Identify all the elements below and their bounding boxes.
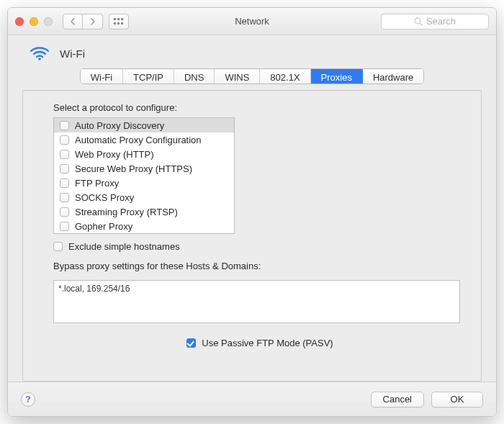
tab-8021x[interactable]: 802.1X xyxy=(260,69,310,84)
checkbox-icon xyxy=(53,242,63,251)
protocol-label: Select a protocol to configure: xyxy=(53,102,467,113)
interface-heading: Wi-Fi xyxy=(8,35,496,67)
svg-rect-0 xyxy=(114,18,116,20)
checkbox-icon xyxy=(60,193,69,202)
tab-dns[interactable]: DNS xyxy=(174,69,215,84)
forward-button[interactable] xyxy=(83,14,103,30)
wifi-icon xyxy=(30,45,50,61)
search-icon xyxy=(414,17,423,26)
protocol-row[interactable]: Secure Web Proxy (HTTPS) xyxy=(54,161,234,176)
protocol-label: FTP Proxy xyxy=(75,178,119,189)
protocol-label: Web Proxy (HTTP) xyxy=(75,149,154,160)
tab-tcpip[interactable]: TCP/IP xyxy=(123,69,174,84)
checkbox-icon xyxy=(60,164,69,173)
show-all-button[interactable] xyxy=(109,14,129,30)
protocol-row[interactable]: Auto Proxy Discovery xyxy=(54,118,234,132)
checkbox-icon xyxy=(60,207,69,217)
tab-wins[interactable]: WINS xyxy=(215,69,260,84)
chevron-right-icon xyxy=(90,18,96,25)
tab-bar: Wi-FiTCP/IPDNSWINS802.1XProxiesHardware xyxy=(8,68,496,84)
protocol-label: Secure Web Proxy (HTTPS) xyxy=(75,163,192,174)
back-button[interactable] xyxy=(63,14,83,30)
exclude-simple-hostnames[interactable]: Exclude simple hostnames xyxy=(53,241,467,252)
footer: ? Cancel OK xyxy=(8,382,496,416)
protocol-row[interactable]: Gopher Proxy xyxy=(54,219,234,233)
svg-point-8 xyxy=(38,58,41,60)
titlebar: Network Search xyxy=(8,8,496,35)
checkbox-icon xyxy=(186,338,196,348)
content: Wi-Fi Wi-FiTCP/IPDNSWINS802.1XProxiesHar… xyxy=(8,35,496,416)
checkbox-icon xyxy=(60,179,69,188)
protocol-label: Gopher Proxy xyxy=(75,221,132,232)
protocol-row[interactable]: Automatic Proxy Configuration xyxy=(54,132,234,147)
cancel-button[interactable]: Cancel xyxy=(371,392,424,407)
nav-back-forward xyxy=(63,14,103,30)
grid-icon xyxy=(114,18,124,25)
svg-rect-3 xyxy=(114,22,116,24)
pasv-label: Use Passive FTP Mode (PASV) xyxy=(202,338,333,348)
protocol-row[interactable]: SOCKS Proxy xyxy=(54,190,234,204)
passive-ftp-mode[interactable]: Use Passive FTP Mode (PASV) xyxy=(53,338,467,348)
checkbox-icon xyxy=(60,121,69,130)
checkbox-icon xyxy=(60,135,69,145)
interface-name: Wi-Fi xyxy=(60,48,85,60)
help-button[interactable]: ? xyxy=(21,392,35,407)
search-placeholder: Search xyxy=(426,16,456,27)
chevron-left-icon xyxy=(70,18,76,25)
protocol-label: Auto Proxy Discovery xyxy=(75,120,164,131)
protocol-row[interactable]: Web Proxy (HTTP) xyxy=(54,147,234,161)
preferences-window: Network Search Wi-Fi Wi-FiTCP/IPDNSWINS8… xyxy=(7,7,497,417)
protocol-label: SOCKS Proxy xyxy=(75,192,134,203)
protocol-list[interactable]: Auto Proxy DiscoveryAutomatic Proxy Conf… xyxy=(53,117,235,234)
checkbox-icon xyxy=(60,222,69,231)
bypass-hosts-input[interactable] xyxy=(53,280,460,323)
exclude-simple-label: Exclude simple hostnames xyxy=(68,241,180,252)
svg-rect-5 xyxy=(121,22,123,24)
tab-proxies[interactable]: Proxies xyxy=(311,69,363,84)
svg-rect-2 xyxy=(121,18,123,20)
window-controls xyxy=(15,17,53,26)
zoom-window-icon xyxy=(44,17,53,26)
svg-rect-1 xyxy=(117,18,120,20)
svg-line-7 xyxy=(420,23,422,25)
checkbox-icon xyxy=(60,150,69,159)
tab-hardware[interactable]: Hardware xyxy=(363,69,423,84)
close-window-icon[interactable] xyxy=(15,17,24,26)
minimize-window-icon[interactable] xyxy=(30,17,38,26)
bypass-label: Bypass proxy settings for these Hosts & … xyxy=(53,261,467,271)
search-input[interactable]: Search xyxy=(381,14,489,30)
ok-button[interactable]: OK xyxy=(431,392,483,407)
protocol-row[interactable]: FTP Proxy xyxy=(54,176,234,190)
protocol-label: Streaming Proxy (RTSP) xyxy=(75,207,178,217)
tab-wifi[interactable]: Wi-Fi xyxy=(81,69,123,84)
proxies-panel: Select a protocol to configure: Auto Pro… xyxy=(22,90,482,382)
protocol-label: Automatic Proxy Configuration xyxy=(75,135,202,145)
protocol-row[interactable]: Streaming Proxy (RTSP) xyxy=(54,204,234,219)
svg-rect-4 xyxy=(117,22,120,24)
